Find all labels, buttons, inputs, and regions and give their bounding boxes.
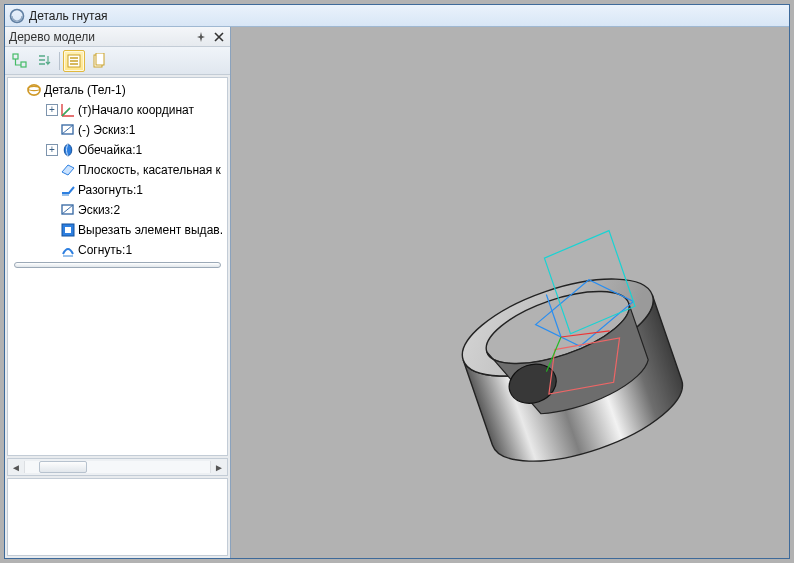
toolbar-separator — [59, 52, 60, 70]
origin-icon — [60, 102, 76, 118]
expander-icon[interactable]: + — [46, 144, 58, 156]
pin-icon[interactable] — [194, 30, 208, 44]
sketch-icon — [60, 122, 76, 138]
main-area: Дерево модели — [5, 27, 789, 558]
expander-blank — [46, 244, 58, 256]
tree-node-label: (т)Начало координат — [78, 103, 194, 117]
tree-row[interactable]: Эскиз:2 — [8, 200, 227, 220]
tree-root-row[interactable]: Деталь (Тел-1) — [8, 80, 227, 100]
tree-row[interactable]: Согнуть:1 — [8, 240, 227, 260]
scroll-right-icon[interactable]: ► — [211, 459, 227, 475]
tree-node-label: (-) Эскиз:1 — [78, 123, 135, 137]
panel-header[interactable]: Дерево модели — [5, 27, 230, 47]
svg-rect-2 — [21, 62, 26, 67]
tree-node-label: Эскиз:2 — [78, 203, 120, 217]
panel-title: Дерево модели — [9, 30, 190, 44]
svg-rect-5 — [96, 53, 104, 65]
sketch-icon — [60, 202, 76, 218]
svg-point-7 — [28, 86, 40, 90]
bend-icon — [60, 242, 76, 258]
tree-node-label: Обечайка:1 — [78, 143, 142, 157]
expander-blank — [46, 184, 58, 196]
tree-inner-scroll-indicator[interactable] — [14, 262, 221, 268]
tree-node-label: Плоскость, касательная к — [78, 163, 221, 177]
app-window: Деталь гнутая Дерево модели — [4, 4, 790, 559]
tree-node-label: Вырезать элемент выдав. — [78, 223, 223, 237]
tree-row[interactable]: Вырезать элемент выдав. — [8, 220, 227, 240]
tree-node-label: Разогнуть:1 — [78, 183, 143, 197]
scroll-thumb[interactable] — [39, 461, 87, 473]
tree-row[interactable]: Плоскость, касательная к — [8, 160, 227, 180]
app-icon — [9, 8, 25, 24]
expander-blank — [46, 124, 58, 136]
model-tree-panel: Дерево модели — [5, 27, 231, 558]
expander-blank — [46, 204, 58, 216]
window-titlebar[interactable]: Деталь гнутая — [5, 5, 789, 27]
cut-extrude-icon — [60, 222, 76, 238]
tree-row[interactable]: + Обечайка:1 — [8, 140, 227, 160]
expander-blank — [46, 164, 58, 176]
toolbar-list-view-button[interactable] — [63, 50, 85, 72]
toolbar-tree-config-button[interactable] — [9, 50, 31, 72]
part-icon — [26, 82, 42, 98]
panel-horizontal-scrollbar[interactable]: ◄ ► — [7, 458, 228, 476]
expander-icon[interactable]: + — [46, 104, 58, 116]
model-tree[interactable]: Деталь (Тел-1) + (т)Начало координат — [7, 77, 228, 456]
viewport-3d[interactable] — [231, 27, 789, 558]
panel-toolbar — [5, 47, 230, 75]
shell-icon — [60, 142, 76, 158]
toolbar-tree-sort-button[interactable] — [34, 50, 56, 72]
model-preview — [383, 159, 739, 515]
tree-row[interactable]: Разогнуть:1 — [8, 180, 227, 200]
tree-node-label: Согнуть:1 — [78, 243, 132, 257]
tree-root-label: Деталь (Тел-1) — [44, 83, 126, 97]
tree-row[interactable]: + (т)Начало координат — [8, 100, 227, 120]
window-title: Деталь гнутая — [29, 9, 108, 23]
expander-blank — [46, 224, 58, 236]
plane-icon — [60, 162, 76, 178]
unbend-icon — [60, 182, 76, 198]
svg-rect-1 — [13, 54, 18, 59]
close-icon[interactable] — [212, 30, 226, 44]
scroll-track[interactable] — [24, 461, 211, 473]
scroll-left-icon[interactable]: ◄ — [8, 459, 24, 475]
panel-bottom-section — [7, 478, 228, 556]
toolbar-doc-view-button[interactable] — [88, 50, 110, 72]
svg-rect-11 — [65, 227, 71, 233]
tree-row[interactable]: (-) Эскиз:1 — [8, 120, 227, 140]
